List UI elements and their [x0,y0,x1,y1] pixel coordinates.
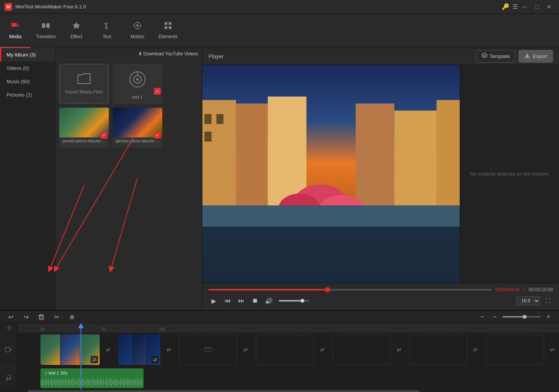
progress-bar-area: 00:00:04.24 / 00:00:10.00 [208,287,553,292]
main-toolbar: Media Transition Effect T Text [0,14,559,48]
empty-clip-slot-5[interactable] [486,334,544,365]
stop-button[interactable]: ⏹ [250,295,260,306]
effect-icon [72,21,81,32]
timeline: ↩ ↪ ✂ ⊕ − + [0,310,559,392]
svg-rect-90 [88,380,89,385]
video-track-icon[interactable] [0,332,17,367]
undo-button[interactable]: ↩ [5,311,17,323]
titlebar: M MiniTool MovieMaker Free 6.1.0 🔑 ☰ ─ □… [0,0,559,14]
left-inner: My Album (3) Videos (0) Music (60) Pictu… [0,48,202,310]
transition-indicator-7: ⇄ [546,334,559,365]
empty-clip-slot-4[interactable] [409,334,467,365]
svg-rect-118 [131,379,131,386]
toolbar-transition[interactable]: Transition [31,14,61,48]
svg-rect-105 [111,379,111,386]
empty-clip-slot-2[interactable] [256,334,314,365]
media-item-pic1[interactable]: pexels-pierre-blache-... ✓ [59,108,109,148]
svg-rect-25 [204,114,211,124]
svg-rect-125 [141,378,142,387]
zoom-increase-button[interactable]: + [542,311,554,323]
transition-icon-6[interactable]: ⇄ [470,344,481,355]
transition-icon-3[interactable]: ⇄ [240,344,251,355]
sidebar-item-pictures[interactable]: Pictures (2) [0,88,55,102]
zoom-track[interactable] [502,316,541,318]
svg-rect-106 [112,381,113,384]
import-media-button[interactable]: Import Media Files [59,64,109,104]
progress-track[interactable] [208,289,492,290]
svg-rect-81 [74,380,75,385]
waveform [40,377,144,388]
audio-clip-1[interactable]: ♪ test 1 10s [40,368,144,388]
transition-icon-4[interactable]: ⇄ [317,344,328,355]
clip-replace-button-1[interactable]: ⇄ [90,356,98,363]
ruler-and-tracks: 0s 5s 10s [18,323,559,390]
toolbar-effect[interactable]: Effect [61,14,92,48]
transition-indicator-2: ⇄ [162,334,175,365]
add-track-icon[interactable] [0,323,17,332]
progress-knob[interactable] [325,287,330,292]
empty-clip-slot-1[interactable] [179,334,237,365]
toolbar-text[interactable]: T Text [92,14,122,48]
svg-rect-76 [66,380,67,385]
sidebar-item-my-album[interactable]: My Album (3) [0,48,55,61]
transition-icon-7[interactable]: ⇄ [547,344,557,355]
playhead[interactable] [81,323,81,332]
svg-rect-71 [59,378,60,387]
svg-rect-94 [94,380,95,385]
redo-button[interactable]: ↪ [20,311,32,323]
clip-replace-button-2[interactable]: ⇄ [151,356,159,363]
track-icons [0,323,18,390]
delete-button[interactable] [35,311,47,323]
volume-button[interactable]: 🔊 [263,295,274,306]
sidebar-item-videos[interactable]: Videos (0) [0,61,55,75]
aspect-ratio-select[interactable]: 16:9 9:16 1:1 [516,296,540,305]
export-button[interactable]: Export [519,50,553,63]
toolbar-elements[interactable]: Elements [153,14,183,48]
transition-icon-2[interactable]: ⇄ [163,344,174,355]
sidebar-item-music[interactable]: Music (60) [0,75,55,88]
svg-rect-100 [103,379,104,386]
maximize-button[interactable]: □ [532,2,542,12]
video-clip-2[interactable]: ⇄ [118,334,160,365]
svg-rect-62 [45,378,46,387]
svg-rect-88 [85,381,86,384]
template-button[interactable]: Template [476,50,516,63]
timeline-body: 0s 5s 10s [0,323,559,390]
prev-frame-button[interactable]: ⏮ [222,295,233,306]
svg-rect-121 [135,380,136,385]
zoom-knob[interactable] [523,315,527,319]
svg-rect-61 [44,381,44,384]
empty-clip-slot-3[interactable] [333,334,391,365]
player-header: Player Template Export [202,48,559,65]
toolbar-media[interactable]: Media [0,14,31,48]
play-button[interactable]: ▶ [208,295,219,306]
minimize-button[interactable]: ─ [519,2,530,12]
next-frame-button[interactable]: ⏭ [236,295,247,306]
volume-knob[interactable] [301,299,304,303]
media-item-test1[interactable]: test 1 ✓ [113,64,162,104]
fullscreen-button[interactable]: ⛶ [543,296,553,306]
media-header: ⬇ Download YouTube Videos [55,48,202,60]
svg-rect-115 [126,381,127,384]
svg-rect-11 [169,26,171,29]
add-clip-button[interactable]: ⊕ [66,311,78,323]
svg-rect-123 [138,379,139,386]
svg-rect-77 [68,379,69,386]
toolbar-motion[interactable]: Motion [122,14,153,48]
svg-rect-117 [129,380,130,385]
video-clip-1[interactable]: ⇄ ✂ [40,334,100,365]
transition-icon-1[interactable]: ⇄ [103,344,113,355]
media-item-pic2[interactable]: pexels-pierre-blache-... ✓ [113,108,162,148]
cut-button[interactable]: ✂ [50,311,63,323]
svg-rect-116 [128,378,128,387]
progress-fill [208,289,328,290]
volume-track[interactable] [279,300,309,302]
audio-track-icon[interactable] [0,367,17,388]
timeline-scrollbar-thumb[interactable] [28,390,419,392]
transition-icon-5[interactable]: ⇄ [394,344,404,355]
svg-rect-79 [71,381,72,384]
zoom-decrease-button[interactable]: − [489,311,501,323]
download-youtube-button[interactable]: ⬇ Download YouTube Videos [138,51,198,56]
close-button[interactable]: ✕ [544,2,554,12]
timeline-scrollbar[interactable] [0,390,559,392]
